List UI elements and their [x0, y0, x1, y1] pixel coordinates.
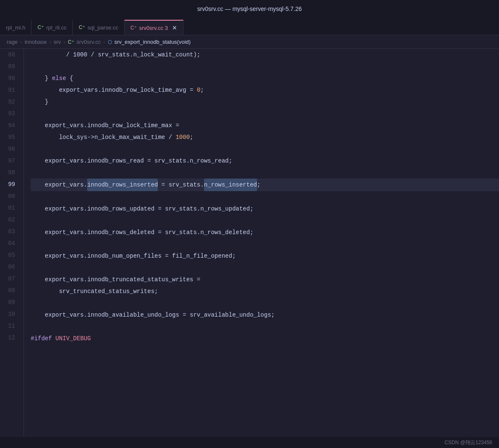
- tab-icon-srv0srv: C⁺: [130, 25, 137, 31]
- code-line-98: [31, 167, 499, 179]
- tab-icon-sql-parse: C⁺: [79, 24, 85, 30]
- ln-108: 08: [0, 285, 20, 296]
- code-area: / 1000 / srv_stats.n_lock_wait_count); }…: [24, 49, 499, 448]
- ln-93: 93: [0, 108, 20, 120]
- ln-104: 04: [0, 237, 20, 249]
- breadcrumb-sep-4: ›: [103, 39, 105, 45]
- breadcrumb-part-1: rage: [7, 39, 18, 45]
- ln-110: 10: [0, 308, 20, 320]
- breadcrumb-part-2: innobase: [24, 39, 47, 45]
- breadcrumb-func-icon: ⬡: [108, 39, 112, 45]
- code-line-106: [31, 262, 499, 274]
- ln-106: 06: [0, 261, 20, 273]
- code-line-108: srv_truncated_status_writes;: [31, 285, 499, 297]
- ln-112: 12: [0, 332, 20, 344]
- breadcrumb-sep-1: ›: [20, 39, 22, 45]
- tab-label-rpl-rli: rpl_rli.cc: [46, 24, 66, 31]
- code-line-90: } else {: [31, 72, 499, 84]
- code-line-110: export_vars.innodb_available_undo_logs =…: [31, 309, 499, 321]
- code-line-96: [31, 143, 499, 155]
- breadcrumb-file-icon: C⁺: [68, 39, 74, 45]
- ln-111: 11: [0, 320, 20, 332]
- ln-99: 99: [0, 179, 20, 190]
- code-line-99: export_vars.innodb_rows_inserted = srv_s…: [31, 179, 499, 191]
- ln-95: 95: [0, 131, 20, 143]
- code-line-91: export_vars.innodb_row_lock_time_avg = 0…: [31, 84, 499, 96]
- ln-101: 01: [0, 202, 20, 214]
- code-line-112: #ifdef UNIV_DEBUG: [31, 333, 499, 344]
- status-bar: CSDN @翔云123456: [0, 437, 499, 448]
- highlight-n-rows-inserted: n_rows_inserted: [204, 179, 257, 191]
- ln-100: 00: [0, 190, 20, 202]
- code-line-88: / 1000 / srv_stats.n_lock_wait_count);: [31, 49, 499, 61]
- highlight-innodb-rows-inserted: innodb_rows_inserted: [87, 179, 158, 191]
- line-numbers: 88 89 90 91 92 93 94 95 96 97 98 99 00 0…: [0, 49, 24, 448]
- code-line-89: [31, 61, 499, 72]
- ln-89: 89: [0, 61, 20, 72]
- code-line-100: [31, 191, 499, 203]
- tab-srv0srv[interactable]: C⁺ srv0srv.cc 3 ✕: [125, 20, 183, 35]
- tab-rpl-rli[interactable]: C⁺ rpl_rli.cc: [32, 20, 73, 35]
- code-line-109: [31, 297, 499, 309]
- ln-97: 97: [0, 155, 20, 167]
- ln-96: 96: [0, 143, 20, 155]
- tab-close-icon[interactable]: ✕: [172, 24, 177, 31]
- code-line-101: export_vars.innodb_rows_updated = srv_st…: [31, 203, 499, 215]
- code-line-102: [31, 215, 499, 227]
- code-line-93: [31, 108, 499, 120]
- ln-94: 94: [0, 120, 20, 131]
- tab-label: rpl_mi.h: [6, 24, 25, 31]
- breadcrumb-part-3: srv: [54, 39, 61, 45]
- breadcrumb: rage › innobase › srv › C⁺ srv0srv.cc › …: [0, 35, 499, 49]
- editor: 88 89 90 91 92 93 94 95 96 97 98 99 00 0…: [0, 49, 499, 448]
- tab-icon-rpl-rli: C⁺: [37, 24, 44, 30]
- ln-103: 03: [0, 226, 20, 237]
- tab-bar: rpl_mi.h C⁺ rpl_rli.cc C⁺ sql_parse.cc C…: [0, 18, 499, 35]
- ln-91: 91: [0, 84, 20, 96]
- ln-92: 92: [0, 96, 20, 108]
- tab-label-sql-parse: sql_parse.cc: [88, 24, 118, 31]
- ln-90: 90: [0, 72, 20, 84]
- ln-105: 05: [0, 249, 20, 261]
- code-line-107: export_vars.innodb_truncated_status_writ…: [31, 274, 499, 285]
- code-line-97: export_vars.innodb_rows_read = srv_stats…: [31, 155, 499, 167]
- ln-109: 09: [0, 296, 20, 308]
- code-line-111: [31, 321, 499, 333]
- watermark-text: CSDN @翔云123456: [444, 439, 492, 446]
- breadcrumb-part-5: srv_export_innodb_status(void): [114, 39, 191, 45]
- breadcrumb-part-4: srv0srv.cc: [77, 39, 101, 45]
- code-line-92: }: [31, 96, 499, 108]
- tab-rpl-mi[interactable]: rpl_mi.h: [0, 20, 32, 35]
- tab-sql-parse[interactable]: C⁺ sql_parse.cc: [73, 20, 125, 35]
- code-line-95: lock_sys->n_lock_max_wait_time / 1000 ;: [31, 131, 499, 143]
- title-bar: srv0srv.cc — mysql-server-mysql-5.7.26: [0, 0, 499, 18]
- ln-107: 07: [0, 273, 20, 285]
- ln-102: 02: [0, 214, 20, 226]
- breadcrumb-sep-3: ›: [64, 39, 65, 45]
- code-line-105: export_vars.innodb_num_open_files = fil_…: [31, 250, 499, 262]
- code-line-104: [31, 238, 499, 250]
- ln-88: 88: [0, 49, 20, 61]
- tab-label-srv0srv: srv0srv.cc 3: [139, 25, 168, 31]
- code-line-94: export_vars.innodb_row_lock_time_max =: [31, 120, 499, 131]
- code-line-103: export_vars.innodb_rows_deleted = srv_st…: [31, 227, 499, 238]
- breadcrumb-sep-2: ›: [49, 39, 51, 45]
- title-text: srv0srv.cc — mysql-server-mysql-5.7.26: [197, 5, 302, 12]
- ln-98: 98: [0, 167, 20, 179]
